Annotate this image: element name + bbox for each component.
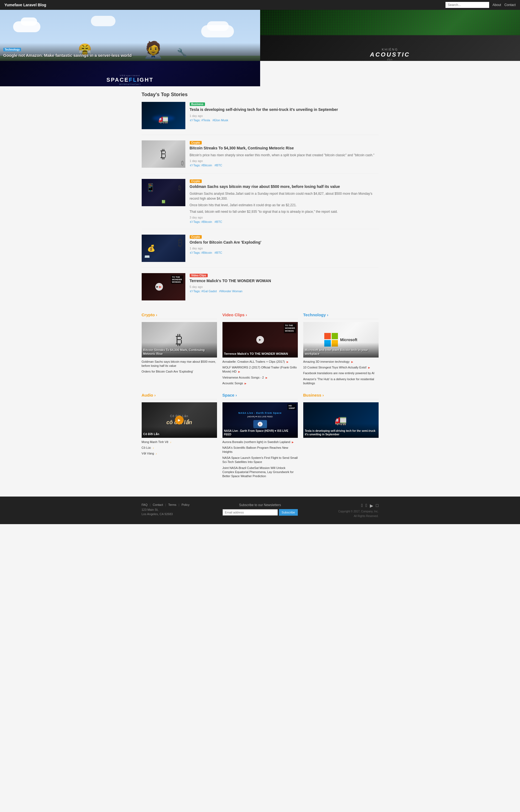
category-header-crypto[interactable]: Crypto › [142, 312, 217, 319]
category-arrow: › [153, 393, 156, 398]
list-item[interactable]: Mong Manh Tinh Vê ♪ [142, 440, 217, 444]
cat-list-space: Aurora Borealis (northern light) in Swed… [223, 440, 298, 479]
instagram-icon[interactable]: □ [376, 503, 379, 508]
list-item[interactable]: NASA's Scientific Balloon Program Reache… [223, 446, 298, 454]
list-item[interactable]: Acoustic Songs ▶ [223, 381, 298, 385]
story-tags: 🏷 Tags: #Tesla #Elon Musk [190, 119, 379, 122]
story-thumbnail[interactable]: ₿ ₿ [142, 141, 185, 168]
category-header-video[interactable]: Video Clips › [223, 312, 298, 319]
top-stories-title: Today's Top Stories [142, 92, 379, 98]
story-thumbnail[interactable]: 🚛 [142, 102, 185, 129]
facebook-icon[interactable]:  [361, 503, 363, 508]
footer-policy[interactable]: Policy [182, 503, 189, 506]
story-tags: 🏷 Tags: #Bitcoin #BTC [190, 251, 379, 254]
footer-contact[interactable]: Contact [153, 503, 163, 506]
twitter-icon[interactable]:  [365, 503, 367, 508]
hero-main-headline: Google not Amazon. Make fantastic saving… [3, 53, 257, 58]
cat-featured-image-video[interactable]: TO THEWONDERWOMAN ▶ Terrence Malick's TO… [223, 322, 298, 357]
story-headline[interactable]: Orders for Bitcoin Cash Are 'Exploding' [190, 240, 379, 245]
list-item[interactable]: WOLF WARRIORS 2 (2017) Official Trailer … [223, 365, 298, 374]
list-item[interactable]: Amazing 3D immersion technology ▶ [303, 360, 379, 364]
list-item[interactable]: Amazon's 'The Hub' is a delivery locker … [303, 377, 379, 386]
footer-inner: FAQ | Contact | Terms | Policy 123 Main … [137, 497, 383, 524]
category-label: Business [303, 393, 321, 398]
nav-about[interactable]: About [492, 3, 501, 7]
category-header-tech[interactable]: Technology › [303, 312, 379, 319]
cat-list-audio: Mong Manh Tinh Vê ♪ Cô Lúc ♪ Với Vàng ♪ [142, 440, 217, 456]
footer-email-input[interactable] [223, 509, 278, 516]
category-grid-1: Crypto › ₿ Bitcoin Streaks To $4,300 Mar… [142, 312, 379, 387]
category-header-space[interactable]: Space › [223, 393, 298, 400]
story-headline[interactable]: Terrence Malick's TO THE WONDER WOMAN [190, 278, 379, 284]
cat-featured-headline-audio: Cô Đời Lần [143, 432, 215, 436]
story-tags: 🏷 Tags: #Bitcoin #BTC [190, 163, 379, 167]
footer-newsletter: Subscribe to our Newsletters Subscribe [223, 503, 298, 516]
nav-contact[interactable]: Contact [504, 3, 516, 7]
hero-bottom-right[interactable]: VRExperiment SPACEFLIGHT WillWhatYouCan'… [0, 61, 260, 86]
footer-terms[interactable]: Terms [168, 503, 176, 506]
story-excerpt: Goldman Sachs analyst Sheba Jafari said … [190, 191, 379, 201]
story-category-badge: Business [190, 102, 205, 106]
story-category-badge: Video Clips [190, 274, 208, 277]
list-item[interactable]: Orders for Bitcoin Cash Are 'Exploding' [142, 370, 217, 374]
footer-right:   ▶ □ Copyright © 2017, Company, Inc. … [303, 503, 379, 517]
hero-top-right[interactable]: Space Lunar, Martian Greenhouses Designe… [260, 10, 520, 35]
cat-featured-headline-crypto: Bitcoin Streaks To $4,300 Mark, Continui… [143, 348, 215, 356]
cat-featured-image-crypto[interactable]: ₿ Bitcoin Streaks To $4,300 Mark, Contin… [142, 322, 217, 357]
cat-list-video: Annabelle: Creation ALL Trailers + Clips… [223, 360, 298, 386]
footer-email-row: Subscribe [223, 509, 298, 516]
category-arrow: › [326, 312, 329, 317]
story-thumbnail[interactable]: 📱 ₿ 💹 [142, 179, 185, 206]
footer-subscribe-button[interactable]: Subscribe [279, 509, 298, 516]
category-crypto: Crypto › ₿ Bitcoin Streaks To $4,300 Mar… [142, 312, 217, 387]
category-grid-2: Audio › Cô Đời Lần cô đôi lần ▶ Cô Đời L… [142, 393, 379, 480]
list-item[interactable]: Với Vàng ♪ [142, 452, 217, 456]
story-item: TO THEWONDERWOMAN ▶ Video Clips Terrence… [142, 273, 379, 306]
cat-featured-image-space[interactable]: HD1080P NASA Live - Earth From Space (HD… [223, 402, 298, 438]
story-headline[interactable]: Bitcoin Streaks To $4,300 Mark, Continui… [190, 146, 379, 151]
story-headline[interactable]: Tesla is developing self-driving tech fo… [190, 107, 379, 112]
list-item[interactable]: Aurora Borealis (northern light) in Swed… [223, 440, 298, 444]
list-item[interactable]: Cô Lúc ♪ [142, 446, 217, 450]
cat-featured-image-business[interactable]: 🚛 Tesla is developing self-driving tech … [303, 402, 379, 438]
category-label: Audio [142, 393, 153, 398]
cat-featured-image-tech[interactable]: Microsoft Microsoft and Intel want Bitco… [303, 322, 379, 357]
cat-featured-image-audio[interactable]: Cô Đời Lần cô đôi lần ▶ Cô Đời Lần [142, 402, 217, 438]
story-thumbnail[interactable]: ₿ ⌨️ 💰 [142, 235, 185, 262]
list-item[interactable]: Joint NASA-Brazil CubeSat Mission Will U… [223, 466, 298, 479]
story-item: ₿ ⌨️ 💰 Crypto Orders for Bitcoin Cash Ar… [142, 235, 379, 268]
story-headline[interactable]: Goldman Sachs says bitcoin may rise abou… [190, 184, 379, 189]
story-tags: 🏷 Tags: #Gal Gadot #Wonder Woman [190, 289, 379, 293]
story-category-badge: Crypto [190, 235, 202, 239]
list-item[interactable]: Vietnamese Acoustic Songs - 2 ▶ [223, 376, 298, 380]
category-arrow: › [234, 393, 237, 398]
footer-faq[interactable]: FAQ [142, 503, 148, 506]
list-item[interactable]: Annabelle: Creation ALL Trailers + Clips… [223, 360, 298, 364]
story-details: Business Tesla is developing self-drivin… [190, 102, 379, 129]
story-item: 🚛 Business Tesla is developing self-driv… [142, 102, 379, 135]
story-thumbnail[interactable]: TO THEWONDERWOMAN ▶ [142, 273, 185, 300]
hero-main[interactable]: 🧑‍💼 🔧 😤 Technology Google not Amazon. Ma… [0, 10, 260, 61]
category-technology: Technology › Microsoft Microsoft and Int… [303, 312, 379, 387]
story-details: Crypto Orders for Bitcoin Cash Are 'Expl… [190, 235, 379, 262]
list-item[interactable]: Goldman Sachs says bitcoin may rise abou… [142, 360, 217, 368]
category-label: Space [223, 393, 234, 398]
list-item[interactable]: 10 Coolest Strongest Toys Which Actually… [303, 365, 379, 370]
category-label: Crypto [142, 312, 155, 317]
category-header-audio[interactable]: Audio › [142, 393, 217, 400]
footer: FAQ | Contact | Terms | Policy 123 Main … [0, 497, 520, 524]
hero-bottom-left[interactable]: KHIÊNG ACOUSTIC đàn Video Clips Acoustic… [260, 35, 520, 61]
category-header-business[interactable]: Business › [303, 393, 379, 400]
footer-left: FAQ | Contact | Terms | Policy 123 Main … [142, 503, 217, 516]
search-input[interactable] [445, 2, 489, 8]
cat-list-crypto: Goldman Sachs says bitcoin may rise abou… [142, 360, 217, 374]
list-item[interactable]: Facebook translations are now entirely p… [303, 371, 379, 375]
cat-featured-headline-space: NASA Live - Earth From Space (HDVR) ♥ IS… [224, 429, 296, 436]
main-content: Today's Top Stories 🚛 Business Tesla is … [137, 86, 383, 486]
youtube-icon[interactable]: ▶ [370, 503, 373, 508]
category-arrow: › [244, 312, 247, 317]
story-details: Crypto Goldman Sachs says bitcoin may ri… [190, 179, 379, 223]
nav-right: About Contact [445, 2, 516, 8]
list-item[interactable]: NASA Space Launch System's First Flight … [223, 456, 298, 464]
story-excerpt-2: Once bitcoin hits that level, Jafari est… [190, 203, 379, 208]
